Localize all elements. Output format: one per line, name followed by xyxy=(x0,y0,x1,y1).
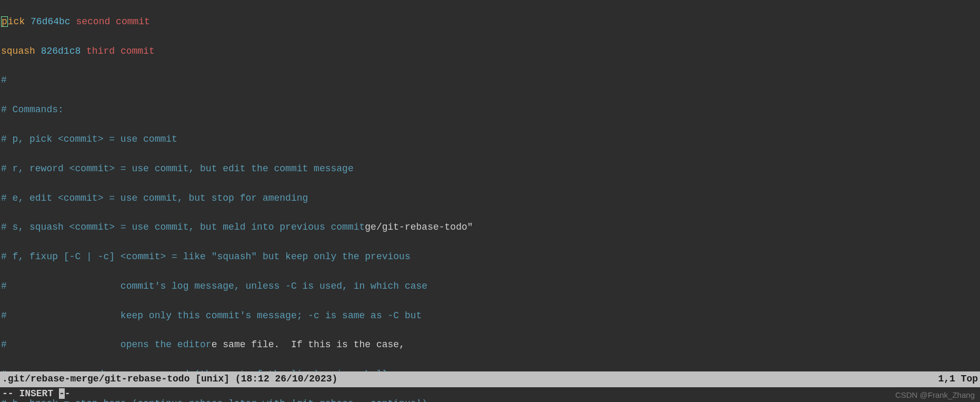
watermark: CSDN @Frank_Zhang xyxy=(895,389,975,401)
status-file-info: .git/rebase-merge/git-rebase-todo [unix]… xyxy=(2,372,337,387)
editor-line: # commit's log message, unless -C is use… xyxy=(1,279,979,294)
editor-line: # r, reword <commit> = use commit, but e… xyxy=(1,162,979,177)
vim-status-bar: .git/rebase-merge/git-rebase-todo [unix]… xyxy=(0,371,980,387)
editor-line: squash 826d1c8 third commit xyxy=(1,44,979,59)
editor-line: # p, pick <commit> = use commit xyxy=(1,132,979,147)
editor-line: # opens the editore same file. If this i… xyxy=(1,338,979,352)
editor-line: # xyxy=(1,73,979,88)
editor-line: # e, edit <commit> = use commit, but sto… xyxy=(1,191,979,206)
editor-line: pick 76d64bc second commit xyxy=(1,15,979,30)
cursor-position: p xyxy=(1,16,8,27)
editor-line: # keep only this commit's message; -c is… xyxy=(1,309,979,323)
editor-line: # Commands: xyxy=(1,103,979,117)
status-position: 1,1 Top xyxy=(938,372,978,387)
cursor-block: - xyxy=(59,388,65,399)
vim-mode-line: -- INSERT -- xyxy=(0,386,980,402)
editor-line: # s, squash <commit> = use commit, but m… xyxy=(1,220,979,235)
editor-content[interactable]: pick 76d64bc second commit squash 826d1c… xyxy=(0,0,980,402)
editor-line: # f, fixup [-C | -c] <commit> = like "sq… xyxy=(1,250,979,264)
